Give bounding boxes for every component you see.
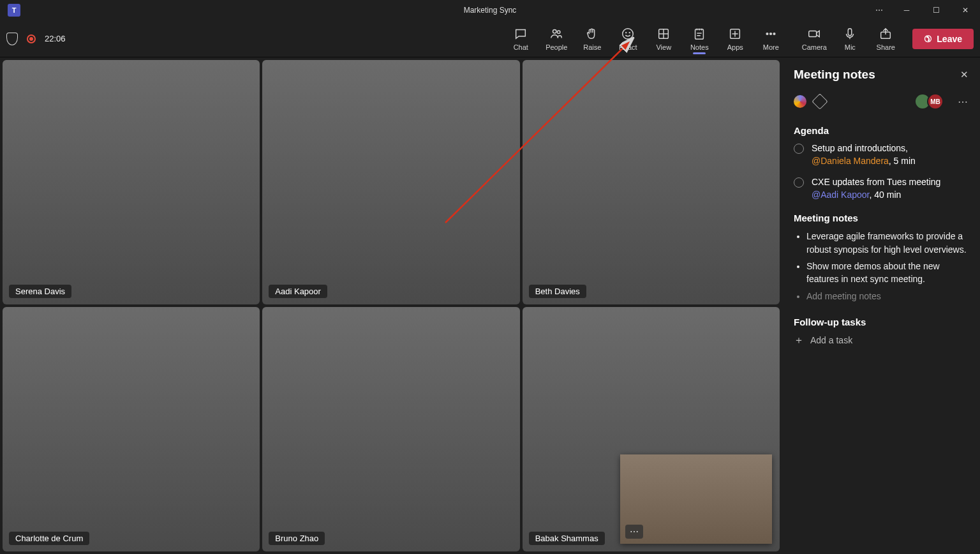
svg-point-3 (626, 32, 627, 33)
add-task-label: Add a task (810, 335, 852, 345)
participant-name: Serena Davis (9, 285, 71, 298)
notes-button[interactable]: Notes (681, 27, 717, 51)
mic-label: Mic (845, 43, 856, 51)
participant-name: Bruno Zhao (269, 532, 325, 545)
svg-point-17 (766, 33, 768, 34)
tag-icon[interactable] (812, 93, 828, 109)
more-button[interactable]: More (753, 27, 789, 51)
notes-heading: Meeting notes (794, 213, 969, 223)
smiley-icon (621, 27, 635, 41)
participant-tile[interactable]: Serena Davis (3, 60, 260, 304)
svg-point-19 (773, 33, 775, 34)
people-label: People (546, 43, 567, 51)
radio-icon[interactable] (794, 177, 804, 188)
camera-button[interactable]: Camera (796, 27, 832, 51)
chat-button[interactable]: Chat (503, 27, 538, 51)
svg-point-18 (770, 33, 772, 34)
agenda-item[interactable]: CXE updates from Tues meeting @Aadi Kapo… (794, 176, 969, 201)
add-task-button[interactable]: ＋ Add a task (794, 334, 969, 347)
video-grid: Serena Davis Aadi Kapoor Beth Davies Cha… (0, 57, 782, 554)
hangup-icon: ✆ (921, 33, 934, 45)
panel-more-icon[interactable]: ⋯ (958, 96, 969, 108)
svg-rect-20 (809, 31, 817, 36)
add-note-placeholder[interactable]: Add meeting notes (806, 290, 969, 303)
participant-name: Aadi Kapoor (269, 285, 327, 298)
apps-label: Apps (727, 43, 743, 51)
camera-icon (807, 27, 821, 41)
window-title: Marketing Sync (464, 6, 517, 15)
chat-icon (514, 27, 528, 41)
participant-tile[interactable]: Bruno Zhao (262, 307, 519, 551)
svg-point-0 (553, 29, 557, 33)
svg-point-2 (623, 28, 634, 39)
mic-button[interactable]: Mic (832, 27, 868, 51)
notes-icon (692, 27, 706, 41)
participant-tile[interactable]: Charlotte de Crum (3, 307, 260, 551)
svg-rect-21 (849, 28, 852, 35)
hand-icon (585, 27, 599, 41)
more-label: More (763, 43, 779, 51)
close-button[interactable]: ✕ (951, 0, 980, 20)
chat-label: Chat (514, 43, 528, 51)
agenda-item[interactable]: Setup and introductions, @Daniela Mander… (794, 142, 969, 167)
note-item[interactable]: Leverage agile frameworks to provide a r… (806, 230, 969, 256)
notes-label: Notes (690, 43, 709, 51)
people-button[interactable]: People (538, 27, 574, 51)
recording-indicator-icon (27, 34, 36, 43)
meeting-toolbar: 22:06 Chat People Raise React View Notes (0, 20, 980, 57)
camera-label: Camera (802, 43, 827, 51)
leave-label: Leave (937, 34, 962, 44)
apps-icon (728, 27, 742, 41)
participant-name: Babak Shammas (529, 532, 605, 545)
raise-hand-button[interactable]: Raise (574, 27, 610, 51)
mic-icon (843, 27, 857, 41)
meeting-notes-panel: Meeting notes ✕ MB ⋯ Agenda Setup and in… (782, 57, 980, 554)
participant-name: Beth Davies (529, 285, 586, 298)
mention[interactable]: @Daniela Mandera (812, 156, 889, 166)
people-icon (549, 27, 563, 41)
participant-tile[interactable]: Aadi Kapoor (262, 60, 519, 304)
share-label: Share (877, 43, 895, 51)
participant-name: Charlotte de Crum (9, 532, 89, 545)
note-item[interactable]: Show more demos about the new features i… (806, 260, 969, 286)
mention[interactable]: @Aadi Kapoor (812, 190, 870, 200)
share-icon (879, 27, 893, 41)
agenda-heading: Agenda (794, 125, 969, 136)
apps-button[interactable]: Apps (717, 27, 753, 51)
self-view[interactable]: ⋯ (620, 454, 772, 544)
grid-icon (657, 27, 671, 41)
notes-list[interactable]: Leverage agile frameworks to provide a r… (794, 230, 969, 302)
react-label: React (619, 43, 637, 51)
view-label: View (656, 43, 671, 51)
titlebar-more-icon[interactable]: ⋯ (866, 0, 892, 20)
agenda-text: Setup and introductions, @Daniela Mander… (812, 142, 916, 167)
maximize-button[interactable]: ☐ (921, 0, 951, 20)
shield-icon[interactable] (6, 33, 18, 45)
svg-rect-8 (695, 29, 704, 39)
svg-point-1 (558, 30, 561, 33)
view-button[interactable]: View (646, 27, 681, 51)
more-icon (764, 27, 778, 41)
meeting-timer: 22:06 (45, 34, 66, 43)
svg-point-4 (630, 32, 630, 33)
participant-tile[interactable]: Babak Shammas ⋯ (523, 307, 780, 551)
react-button[interactable]: React (610, 27, 646, 51)
titlebar: T Marketing Sync ⋯ ─ ☐ ✕ (0, 0, 980, 20)
followup-heading: Follow-up tasks (794, 317, 969, 327)
loop-icon[interactable] (794, 95, 806, 108)
raise-label: Raise (583, 43, 601, 51)
close-panel-icon[interactable]: ✕ (960, 69, 969, 80)
leave-button[interactable]: ✆ Leave (912, 29, 974, 49)
teams-app-icon: T (8, 4, 20, 17)
participant-tile[interactable]: Beth Davies (523, 60, 780, 304)
minimize-button[interactable]: ─ (892, 0, 921, 20)
radio-icon[interactable] (794, 144, 804, 154)
avatar: MB (927, 93, 944, 110)
share-button[interactable]: Share (868, 27, 903, 51)
plus-icon: ＋ (794, 334, 804, 347)
self-view-more-icon[interactable]: ⋯ (625, 525, 643, 539)
agenda-text: CXE updates from Tues meeting @Aadi Kapo… (812, 176, 940, 201)
panel-title: Meeting notes (794, 68, 875, 82)
participant-avatars[interactable]: MB (918, 93, 944, 110)
